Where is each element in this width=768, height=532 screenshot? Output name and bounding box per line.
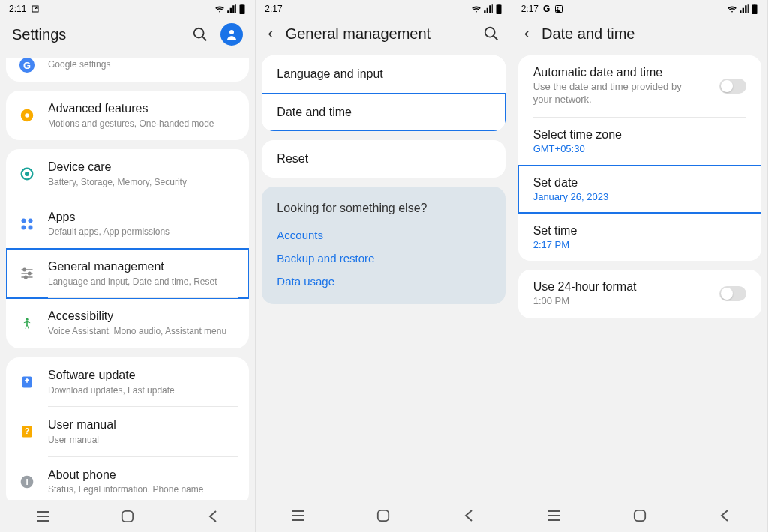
back-button[interactable] <box>198 509 228 524</box>
svg-point-21 <box>25 276 27 278</box>
row-value: January 26, 2023 <box>533 191 746 202</box>
svg-line-35 <box>493 36 497 40</box>
toggle-24hour[interactable] <box>719 286 746 301</box>
row-sub: Voice Assistant, Mono audio, Assistant m… <box>48 326 238 338</box>
row-set-time[interactable]: Set time 2:17 PM <box>518 214 761 261</box>
row-general-management[interactable]: General management Language and input, D… <box>6 249 249 298</box>
svg-rect-31 <box>122 511 133 522</box>
update-icon <box>18 373 36 391</box>
svg-point-41 <box>557 7 559 9</box>
row-google[interactable]: G Google settings <box>6 59 249 82</box>
row-software-update[interactable]: Software update Download updates, Last u… <box>6 357 249 407</box>
card-google: G Google settings <box>6 58 249 82</box>
svg-point-19 <box>23 268 26 270</box>
row-apps[interactable]: Apps Default apps, App permissions <box>6 199 249 249</box>
row-advanced-features[interactable]: Advanced features Motions and gestures, … <box>6 91 249 140</box>
row-title: About phone <box>48 468 238 483</box>
phone-settings: 2:11 Settings G Google settings <box>0 0 256 532</box>
row-24hour[interactable]: Use 24-hour format 1:00 PM <box>518 270 761 318</box>
accessibility-icon <box>18 315 36 333</box>
row-title: General management <box>48 259 238 275</box>
back-button[interactable] <box>710 508 740 523</box>
recents-button[interactable] <box>539 508 569 523</box>
page-title: General management <box>286 25 471 43</box>
svg-text:?: ? <box>25 428 29 436</box>
svg-rect-32 <box>496 4 501 14</box>
link-backup-restore[interactable]: Backup and restore <box>277 252 490 265</box>
row-title: Set date <box>533 176 746 190</box>
row-language-input[interactable]: Language and input <box>262 55 505 94</box>
row-title: User manual <box>48 417 238 433</box>
recents-button[interactable] <box>284 508 314 523</box>
link-accounts[interactable]: Accounts <box>277 229 490 241</box>
search-icon[interactable] <box>192 26 208 43</box>
home-button[interactable] <box>112 509 142 524</box>
svg-point-22 <box>26 318 28 320</box>
gm-list: Language and input Date and time Reset L… <box>256 55 511 499</box>
row-title: Software update <box>48 368 238 384</box>
status-bar: 2:17 G <box>512 0 767 18</box>
toggle-auto[interactable] <box>719 79 746 94</box>
home-button[interactable] <box>368 508 398 523</box>
row-user-manual[interactable]: ? User manual User manual <box>6 407 249 456</box>
google-icon: G <box>18 58 36 74</box>
row-value: 2:17 PM <box>533 239 746 250</box>
card-device: Device care Battery, Storage, Memory, Se… <box>6 149 249 348</box>
row-sub: Default apps, App permissions <box>48 226 238 238</box>
svg-point-12 <box>22 218 26 223</box>
row-title: Advanced features <box>48 101 238 117</box>
row-accessibility[interactable]: Accessibility Voice Assistant, Mono audi… <box>6 298 249 348</box>
row-title: Accessibility <box>48 309 238 324</box>
row-date-time[interactable]: Date and time <box>262 94 505 131</box>
gm-header: ‹ General management <box>256 18 511 55</box>
svg-text:G: G <box>23 60 31 71</box>
row-about-phone[interactable]: i About phone Status, Legal information,… <box>6 457 249 501</box>
sliders-icon <box>18 265 36 282</box>
row-auto-datetime[interactable]: Automatic date and time Use the date and… <box>518 55 761 117</box>
row-device-care[interactable]: Device care Battery, Storage, Memory, Se… <box>6 149 249 199</box>
svg-line-4 <box>202 37 207 41</box>
card-advanced: Advanced features Motions and gestures, … <box>6 91 249 140</box>
row-set-date[interactable]: Set date January 26, 2023 <box>518 166 761 213</box>
notification-icon <box>31 4 40 13</box>
back-icon[interactable]: ‹ <box>268 24 273 43</box>
row-sub: Use the date and time provided by your n… <box>533 81 698 106</box>
recents-button[interactable] <box>28 509 58 524</box>
battery-icon <box>495 4 502 14</box>
svg-point-34 <box>484 28 494 37</box>
home-button[interactable] <box>625 508 655 523</box>
row-title: Set time <box>533 224 746 238</box>
back-icon[interactable]: ‹ <box>524 24 530 43</box>
profile-button[interactable] <box>220 23 243 46</box>
looking-card: Looking for something else? Accounts Bac… <box>262 187 505 304</box>
row-timezone[interactable]: Select time zone GMT+05:30 <box>518 118 761 165</box>
phone-date-time: 2:17 G ‹ Date and time Automatic date an… <box>512 0 768 532</box>
battery-icon <box>238 4 246 14</box>
row-sub: Motions and gestures, One-handed mode <box>48 118 238 130</box>
looking-heading: Looking for something else? <box>277 202 490 215</box>
back-button[interactable] <box>454 508 484 523</box>
svg-rect-47 <box>634 510 645 521</box>
phone-general-management: 2:17 ‹ General management Language and i… <box>256 0 512 532</box>
svg-point-9 <box>25 113 29 118</box>
search-icon[interactable] <box>483 25 500 42</box>
row-sub: Language and input, Date and time, Reset <box>48 276 238 288</box>
svg-rect-43 <box>754 4 756 4</box>
status-bar: 2:17 <box>256 0 511 18</box>
row-sub: 1:00 PM <box>533 295 698 308</box>
row-title: Automatic date and time <box>533 66 746 79</box>
svg-rect-33 <box>497 4 500 4</box>
row-reset[interactable]: Reset <box>262 140 505 178</box>
clock: 2:17 <box>265 4 282 14</box>
clock: 2:17 <box>521 4 538 14</box>
svg-rect-1 <box>240 4 245 14</box>
svg-text:i: i <box>26 477 28 486</box>
svg-point-5 <box>230 30 234 34</box>
svg-rect-39 <box>378 510 388 521</box>
link-data-usage[interactable]: Data usage <box>277 275 490 288</box>
signal-icon <box>483 4 494 14</box>
svg-point-3 <box>194 28 204 38</box>
settings-header: Settings <box>0 17 255 58</box>
gm-card-2: Reset <box>262 140 505 178</box>
signal-icon <box>226 4 237 14</box>
